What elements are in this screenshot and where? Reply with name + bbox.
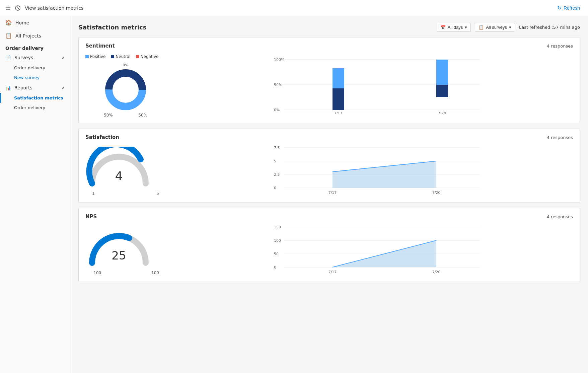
donut-top-label: 0% bbox=[123, 63, 128, 67]
svg-text:0: 0 bbox=[274, 265, 276, 270]
page-header: Satisfaction metrics 📅 All days ▾ 📋 All … bbox=[78, 23, 580, 32]
svg-text:100%: 100% bbox=[274, 58, 284, 62]
sidebar-item-order-delivery-report[interactable]: Order delivery bbox=[0, 103, 70, 113]
nps-gauge-labels: -100 100 bbox=[92, 271, 159, 275]
sentiment-card-header: Sentiment 4 responses bbox=[85, 43, 573, 49]
svg-text:7/20: 7/20 bbox=[438, 111, 446, 114]
reports-group-left: 📊 Reports bbox=[5, 85, 32, 90]
nps-gauge-min-label: -100 bbox=[92, 271, 101, 275]
legend-neutral-label: Neutral bbox=[116, 54, 130, 59]
svg-point-4 bbox=[114, 78, 137, 101]
calendar-icon: 📅 bbox=[440, 25, 446, 30]
surveys-group-left: 📄 Surveys bbox=[5, 55, 33, 60]
refresh-icon: ↻ bbox=[557, 5, 562, 11]
svg-text:50%: 50% bbox=[274, 83, 282, 87]
svg-text:7/20: 7/20 bbox=[432, 191, 441, 195]
donut-wrapper: 0% 50% 50% bbox=[85, 63, 166, 118]
breadcrumb-text: View satisfaction metrics bbox=[25, 5, 83, 11]
satisfaction-card-body: 4 1 5 7.5 5 2.5 0 bbox=[85, 146, 573, 197]
sidebar-home-label: Home bbox=[15, 20, 29, 25]
sentiment-bar-section: 100% 50% 0% 7/17 bbox=[179, 57, 573, 115]
donut-right-label: 50% bbox=[138, 113, 147, 118]
gauge-max-label: 5 bbox=[156, 191, 159, 196]
reports-chevron-icon: ∧ bbox=[62, 85, 65, 90]
bar-717-positive bbox=[333, 68, 344, 88]
nps-card-body: 25 -100 100 150 100 50 0 bbox=[85, 225, 573, 276]
top-bar-left: ☰ View satisfaction metrics bbox=[5, 4, 83, 11]
sidebar-item-order-delivery-survey[interactable]: Order delivery bbox=[0, 63, 70, 73]
positive-dot bbox=[85, 55, 89, 58]
svg-text:0: 0 bbox=[274, 186, 276, 190]
neutral-dot bbox=[111, 55, 114, 58]
sentiment-legend: Positive Neutral Negative bbox=[85, 54, 166, 59]
svg-text:25: 25 bbox=[112, 249, 126, 262]
surveys-group-label: Surveys bbox=[14, 55, 33, 60]
surveys-filter-button[interactable]: 📋 All surveys ▾ bbox=[475, 23, 515, 32]
svg-text:100: 100 bbox=[274, 238, 281, 243]
bar-720-positive bbox=[436, 60, 448, 85]
sentiment-responses: 4 responses bbox=[547, 44, 573, 49]
svg-text:7/17: 7/17 bbox=[334, 111, 343, 114]
satisfaction-gauge-labels: 1 5 bbox=[92, 191, 159, 196]
days-filter-button[interactable]: 📅 All days ▾ bbox=[437, 23, 471, 32]
sentiment-card: Sentiment 4 responses Positive Neutral bbox=[78, 37, 580, 123]
surveys-chevron-icon: ∧ bbox=[62, 55, 65, 60]
satisfaction-area bbox=[333, 161, 436, 188]
nps-gauge-section: 25 -100 100 bbox=[85, 226, 166, 275]
sidebar-item-satisfaction-metrics[interactable]: Satisfaction metrics bbox=[0, 93, 70, 103]
svg-text:50: 50 bbox=[274, 252, 279, 256]
satisfaction-area-chart: 7.5 5 2.5 0 bbox=[179, 146, 573, 196]
page-title: Satisfaction metrics bbox=[78, 24, 146, 31]
surveys-icon: 📄 bbox=[5, 55, 11, 60]
surveys-filter-icon: 📋 bbox=[479, 25, 484, 30]
svg-text:0%: 0% bbox=[274, 108, 280, 112]
nps-card: NPS 4 responses 25 bbox=[78, 208, 580, 282]
surveys-chevron-icon: ▾ bbox=[509, 25, 511, 30]
sidebar: 🏠 Home 📋 All Projects Order delivery 📄 S… bbox=[0, 16, 70, 373]
breadcrumb-icon bbox=[15, 5, 21, 11]
days-chevron-icon: ▾ bbox=[465, 25, 467, 30]
svg-text:2.5: 2.5 bbox=[274, 172, 280, 177]
legend-neutral: Neutral bbox=[111, 54, 130, 59]
last-refreshed-text: Last refreshed :57 mins ago bbox=[519, 25, 580, 30]
sentiment-donut-section: Positive Neutral Negative 0% bbox=[85, 54, 166, 118]
satisfaction-area-section: 7.5 5 2.5 0 bbox=[179, 146, 573, 197]
sidebar-item-new-survey[interactable]: New survey bbox=[0, 73, 70, 82]
refresh-button[interactable]: ↻ Refresh bbox=[555, 3, 583, 12]
donut-chart bbox=[104, 68, 147, 111]
top-bar: ☰ View satisfaction metrics ↻ Refresh bbox=[0, 0, 588, 16]
donut-left-label: 50% bbox=[104, 113, 113, 118]
legend-positive-label: Positive bbox=[90, 54, 105, 59]
sentiment-title: Sentiment bbox=[85, 43, 115, 49]
layout: 🏠 Home 📋 All Projects Order delivery 📄 S… bbox=[0, 16, 588, 373]
svg-text:4: 4 bbox=[115, 169, 123, 183]
sidebar-item-home[interactable]: 🏠 Home bbox=[0, 16, 70, 29]
projects-icon: 📋 bbox=[5, 32, 12, 39]
sentiment-bar-chart: 100% 50% 0% 7/17 bbox=[179, 57, 573, 114]
bar-717-neutral bbox=[333, 88, 344, 110]
page-controls: 📅 All days ▾ 📋 All surveys ▾ Last refres… bbox=[437, 23, 580, 32]
nps-area-section: 150 100 50 0 bbox=[179, 225, 573, 276]
legend-positive: Positive bbox=[85, 54, 105, 59]
bar-720-neutral bbox=[436, 85, 448, 97]
sidebar-reports-group[interactable]: 📊 Reports ∧ bbox=[0, 82, 70, 93]
negative-dot bbox=[136, 55, 139, 58]
satisfaction-gauge-section: 4 1 5 bbox=[85, 147, 166, 196]
legend-negative: Negative bbox=[136, 54, 159, 59]
satisfaction-card-header: Satisfaction 4 responses bbox=[85, 134, 573, 140]
sidebar-surveys-group[interactable]: 📄 Surveys ∧ bbox=[0, 52, 70, 63]
donut-labels: 50% 50% bbox=[104, 113, 147, 118]
satisfaction-responses: 4 responses bbox=[547, 135, 573, 140]
nps-gauge-max-label: 100 bbox=[151, 271, 159, 275]
refresh-label: Refresh bbox=[564, 5, 580, 11]
svg-text:7.5: 7.5 bbox=[274, 146, 280, 150]
home-icon: 🏠 bbox=[5, 19, 12, 26]
svg-text:7/20: 7/20 bbox=[432, 270, 441, 274]
sidebar-item-all-projects[interactable]: 📋 All Projects bbox=[0, 29, 70, 42]
hamburger-icon[interactable]: ☰ bbox=[5, 4, 11, 11]
days-filter-label: All days bbox=[448, 25, 463, 30]
svg-text:7/17: 7/17 bbox=[328, 270, 337, 274]
sentiment-card-body: Positive Neutral Negative 0% bbox=[85, 54, 573, 118]
nps-responses: 4 responses bbox=[547, 214, 573, 219]
sidebar-projects-label: All Projects bbox=[15, 33, 41, 39]
